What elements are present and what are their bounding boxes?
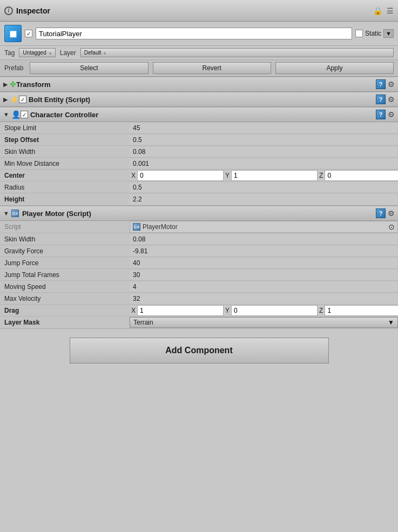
skin-width-label-cc: Skin Width [0,146,130,157]
center-y-input[interactable] [231,170,318,181]
char-ctrl-title: Character Controller [30,111,376,119]
tag-layer-row: Tag Untagged ⬦ Layer Default ⬦ [0,46,398,60]
char-ctrl-arrow: ▼ [3,111,9,118]
script-field-label: Script [0,221,130,232]
drag-x-input[interactable] [137,305,224,316]
prefab-row: Prefab Select Revert Apply [0,60,398,77]
bolt-entity-help-button[interactable]: ? [376,95,386,104]
transform-gear-button[interactable]: ⚙ [388,80,395,89]
script-name[interactable]: PlayerMotor [143,223,178,231]
min-move-distance-label: Min Move Distance [0,158,130,169]
center-row: 2 Center X Y Z [0,170,398,181]
char-ctrl-icon: 👤 [11,110,21,119]
player-motor-file-icon: C# [133,223,140,231]
menu-icon[interactable]: ☰ [387,6,394,15]
center-xyz: X Y Z [130,170,398,181]
gravity-force-value[interactable]: -9.81 [130,246,398,256]
transform-help-button[interactable]: ? [376,79,386,89]
player-motor-arrow: ▼ [3,210,9,217]
object-active-checkbox[interactable]: ✓ [25,30,32,37]
player-motor-script-icon: C# [11,210,19,217]
player-motor-help-button[interactable]: ? [376,208,386,218]
max-velocity-row: Max Velocity 32 [0,293,398,305]
transform-header[interactable]: ▶ ✤ Transform ? ⚙ [0,77,398,92]
inspector-panel: ◼ ✓ Static ▼ Tag Untagged ⬦ Layer Defaul… [0,22,398,363]
char-ctrl-gear-button[interactable]: ⚙ [388,110,395,119]
char-ctrl-buttons: ? ⚙ [376,110,395,119]
layer-dropdown[interactable]: Default ⬦ [80,48,394,57]
pm-skin-width-value[interactable]: 0.08 [130,234,398,244]
height-row: 3 Height 2.2 [0,193,398,205]
player-motor-props: Script C# PlayerMotor ⊙ Skin Width 0.08 … [0,221,398,329]
center-x-input[interactable] [137,170,224,181]
jump-force-row: Jump Force 40 [0,257,398,269]
height-value[interactable]: 2.2 [130,194,398,204]
object-header: ◼ ✓ Static ▼ [0,22,398,46]
bolt-entity-buttons: ? ⚙ [376,95,395,104]
layer-value: Default [84,50,102,56]
drag-x-label: X [130,306,137,315]
jump-force-value[interactable]: 40 [130,258,398,268]
prefab-select-button[interactable]: Select [30,62,148,74]
drag-row: Drag X Y Z [0,305,398,316]
step-offset-value[interactable]: 0.5 [130,135,398,145]
title-bar-actions: 🔒 ☰ [373,6,394,15]
transform-arrow: ▶ [3,81,8,88]
object-name-input[interactable] [36,28,352,39]
jump-total-frames-value[interactable]: 30 [130,270,398,280]
step-offset-row: 1 Step Offset 0.5 [0,134,398,146]
static-row: Static ▼ [355,29,394,38]
character-controller-component: ▼ 👤 ✓ Character Controller ? ⚙ Slope Lim… [0,107,398,206]
drag-xyz: X Y Z [130,305,398,316]
lock-icon[interactable]: 🔒 [373,6,382,15]
center-label: Center [0,170,130,181]
char-ctrl-help-button[interactable]: ? [376,110,386,119]
bolt-entity-header[interactable]: ▶ ⚡ ✓ Bolt Entity (Script) ? ⚙ [0,92,398,107]
layer-label: Layer [60,49,76,57]
bolt-entity-checkbox[interactable]: ✓ [19,96,26,103]
static-arrow[interactable]: ▼ [383,29,394,38]
moving-speed-label: Moving Speed [0,281,130,292]
min-move-distance-value[interactable]: 0.001 [130,159,398,169]
min-move-distance-row: Min Move Distance 0.001 [0,158,398,170]
player-motor-gear-button[interactable]: ⚙ [388,209,395,218]
max-velocity-value[interactable]: 32 [130,294,398,304]
transform-icon: ✤ [10,80,16,89]
moving-speed-value[interactable]: 4 [130,282,398,292]
drag-y-input[interactable] [231,305,318,316]
layer-mask-arrow: ▼ [388,319,394,326]
radius-value[interactable]: 0.5 [130,183,398,192]
jump-force-label: Jump Force [0,258,130,268]
layer-mask-dropdown[interactable]: Terrain ▼ [130,317,398,328]
slope-limit-value[interactable]: 45 [130,123,398,133]
tag-dropdown[interactable]: Untagged ⬦ [19,48,55,57]
center-y-label: Y [224,171,231,180]
bolt-entity-arrow: ▶ [3,96,8,103]
drag-z-input[interactable] [325,305,398,316]
char-ctrl-header[interactable]: ▼ 👤 ✓ Character Controller ? ⚙ [0,107,398,122]
bolt-entity-component: ▶ ⚡ ✓ Bolt Entity (Script) ? ⚙ [0,92,398,107]
player-motor-title: Player Motor (Script) [22,210,376,218]
radius-row: Radius 0.5 [0,181,398,193]
prefab-revert-button[interactable]: Revert [153,62,271,74]
char-ctrl-checkbox[interactable]: ✓ [21,111,28,118]
center-z-input[interactable] [325,170,398,181]
skin-width-value-cc[interactable]: 0.08 [130,147,398,157]
radius-label: Radius [0,182,130,193]
tag-label: Tag [4,49,15,57]
drag-label: Drag [0,305,130,316]
layer-arrow: ⬦ [103,50,106,56]
slope-limit-label: Slope Limit [0,123,130,133]
script-settings-icon[interactable]: ⊙ [388,223,395,231]
jump-total-frames-label: Jump Total Frames [0,270,130,280]
player-motor-header[interactable]: ▼ C# Player Motor (Script) ? ⚙ [0,206,398,221]
player-motor-buttons: ? ⚙ [376,208,395,218]
prefab-apply-button[interactable]: Apply [275,62,394,74]
height-label: Height [0,194,130,205]
static-checkbox[interactable] [355,30,363,37]
bolt-entity-gear-button[interactable]: ⚙ [388,95,395,104]
add-component-button[interactable]: Add Component [70,338,329,363]
transform-buttons: ? ⚙ [376,79,395,89]
gravity-force-row: Gravity Force -9.81 [0,245,398,257]
tag-arrow: ⬦ [49,50,52,56]
